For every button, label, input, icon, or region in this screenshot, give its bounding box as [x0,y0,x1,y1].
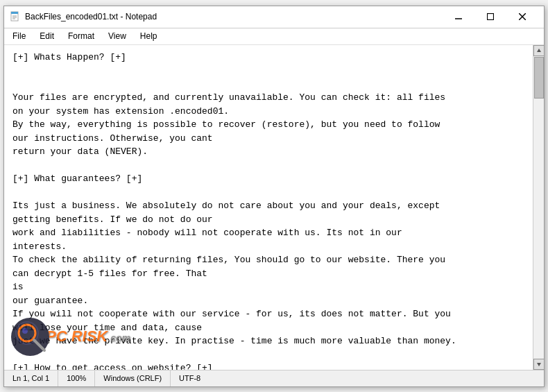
menu-file[interactable]: File [7,30,31,42]
window-title: BackFiles_encoded01.txt - Notepad [25,12,443,22]
menu-view[interactable]: View [103,30,132,42]
status-encoding: UTF-8 [171,370,209,386]
svg-rect-6 [488,14,494,20]
menu-edit[interactable]: Edit [34,30,60,42]
window-controls [443,6,538,28]
maximize-button[interactable] [474,6,506,28]
status-position: Ln 1, Col 1 [4,370,58,386]
svg-marker-10 [537,363,541,366]
status-zoom: 100% [58,370,95,386]
text-editor[interactable]: [+] Whats Happen? [+] Your files are enc… [4,45,533,370]
close-button[interactable] [506,6,538,28]
status-bar: Ln 1, Col 1 100% Windows (CRLF) UTF-8 [4,370,544,386]
scroll-thumb[interactable] [534,57,544,99]
menu-format[interactable]: Format [62,30,100,42]
notepad-window: BackFiles_encoded01.txt - Notepad File E… [3,6,545,387]
vertical-scrollbar[interactable] [533,45,544,370]
svg-rect-1 [11,12,18,14]
title-bar: BackFiles_encoded01.txt - Notepad [4,6,544,28]
app-icon [10,11,21,22]
content-area: [+] Whats Happen? [+] Your files are enc… [4,45,544,370]
scroll-up-button[interactable] [533,45,544,56]
menu-help[interactable]: Help [135,30,163,42]
minimize-button[interactable] [443,6,474,28]
svg-marker-9 [537,49,541,52]
scroll-down-button[interactable] [533,359,544,370]
status-line-endings: Windows (CRLF) [95,370,171,386]
menu-bar: File Edit Format View Help [4,28,544,45]
